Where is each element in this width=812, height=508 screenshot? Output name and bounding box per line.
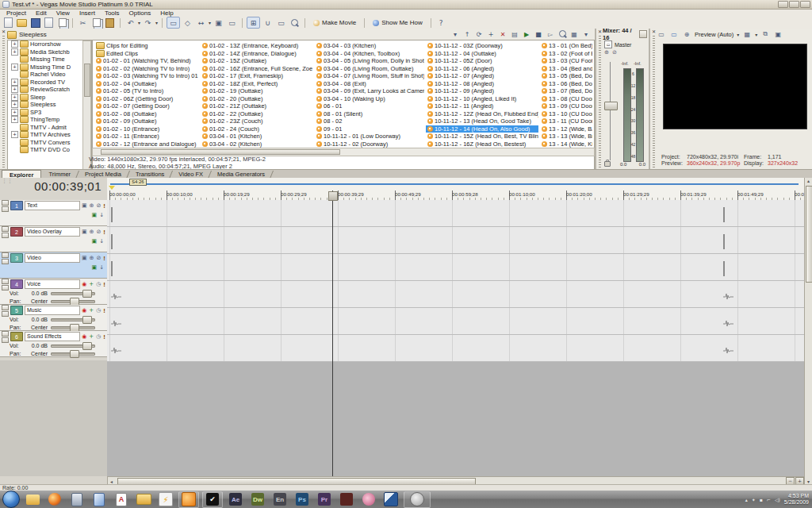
file-item[interactable]: 06 - 01	[315, 102, 424, 110]
tray-app-icon[interactable]: ✦	[752, 497, 756, 502]
playhead-cursor[interactable]	[332, 190, 333, 476]
taskbar-calculator-icon[interactable]	[67, 492, 86, 507]
file-item[interactable]: 03-04 - 09 (Exit, Larry Looks at Camera)	[315, 87, 424, 95]
file-item[interactable]: 01-02 - 17 (Exit, Frameskip)	[201, 72, 313, 80]
file-item[interactable]: 01-02 - 13Z (Entrance, Keyboard)	[201, 42, 313, 50]
tool-dropdown-icon[interactable]: ▾	[209, 20, 211, 25]
clip-event-stub[interactable]	[111, 289, 122, 303]
taskbar-clock[interactable]: 4:53 PM 5/28/2009	[784, 493, 809, 506]
file-item[interactable]: 08 - 01 (Silent)	[315, 110, 424, 118]
file-item[interactable]: 01-02 - 03 (Watching TV to Intro) 01	[94, 72, 199, 80]
solo-icon[interactable]: !	[103, 229, 105, 236]
file-item[interactable]: 10-11-12 - 12Z (Head On, Flubbed End)	[426, 110, 538, 118]
tree-item[interactable]: + Sleepless	[8, 101, 91, 109]
volume-slider[interactable]	[51, 290, 95, 296]
open-icon[interactable]	[16, 17, 28, 28]
track-motion-icon[interactable]: ▣	[82, 229, 87, 235]
file-item[interactable]: 10-11-12 - 04 (Outtake)	[426, 50, 538, 58]
file-item[interactable]: 03-04 - 10 (Waking Up)	[315, 95, 424, 103]
clip-event-stub[interactable]	[723, 208, 725, 222]
tray-network-icon[interactable]: ⌐	[767, 497, 771, 502]
file-item[interactable]: 01-02 - 10 (Entrance)	[94, 125, 199, 133]
tree-item[interactable]: + Missing Time D	[8, 64, 91, 71]
timeline-horizontal-scrollbar[interactable]: ◂ − +	[107, 476, 806, 484]
track-motion-tool-icon[interactable]: ▣	[213, 17, 224, 28]
tree-item[interactable]: + TMTV Archives	[8, 131, 91, 139]
clip-event-stub[interactable]	[723, 235, 725, 249]
tree-item[interactable]: + Sleep	[8, 94, 91, 102]
expand-icon[interactable]: +	[11, 40, 18, 48]
pan-slider[interactable]	[51, 324, 95, 330]
compositing-mode-icon[interactable]: ▣	[92, 264, 98, 271]
file-item[interactable]: 10-11-12 - 10 (Angled, Liked It)	[426, 95, 538, 103]
track-name-field[interactable]: Voice	[25, 279, 80, 289]
clip-event-stub[interactable]	[111, 208, 113, 222]
track-fx-icon[interactable]: +	[89, 281, 94, 287]
delete-icon[interactable]: ✕	[498, 31, 508, 38]
file-item[interactable]: 01-02 - 20 (Outtake)	[201, 95, 313, 103]
file-item[interactable]: 10-11-12 - 05Z (Door)	[426, 57, 538, 65]
expand-icon[interactable]: +	[11, 101, 18, 108]
taskbar-photoshop-icon[interactable]: Ps	[293, 492, 312, 507]
file-item[interactable]: 01-02 - 14Z (Entrance, Dialogue)	[201, 50, 313, 58]
clip-event-stub[interactable]	[723, 262, 725, 276]
track-minimize-buttons[interactable]	[2, 226, 9, 238]
file-item[interactable]: 10-11-12 - 08 (Angled)	[426, 80, 538, 88]
zoom-edit-tool-icon[interactable]	[289, 17, 301, 28]
file-item[interactable]: 13 - 01 (On Bed)	[540, 42, 592, 50]
tray-volume-icon[interactable]: ◁)	[775, 497, 780, 502]
lock-envelopes-icon[interactable]: ▭	[275, 17, 287, 28]
split-screen-dropdown-icon[interactable]: ▾	[755, 32, 757, 37]
track-fx-icon[interactable]: +	[89, 307, 94, 314]
auto-preview-icon[interactable]: ▻	[546, 31, 555, 38]
expand-icon[interactable]: +	[11, 64, 18, 71]
preview-quality-dropdown-icon[interactable]: ▾	[737, 32, 739, 37]
solo-icon[interactable]: !	[103, 333, 105, 341]
compositing-mode-icon[interactable]: ▣	[92, 238, 98, 244]
file-item[interactable]: 01-02 - 22 (Outtake)	[201, 110, 313, 118]
track-lane[interactable]	[107, 200, 804, 227]
mixer-dock-grip[interactable]: ✕	[596, 29, 603, 169]
timeline-vertical-scrollbar[interactable]: ▴ ▾	[804, 178, 812, 484]
file-item[interactable]: 01-02 - 19 (Outtake)	[201, 87, 313, 95]
solo-icon[interactable]: !	[103, 202, 105, 210]
taskbar-document-icon[interactable]: A	[112, 492, 131, 507]
file-item[interactable]: 13 - 02 (Foot of Bed)	[540, 50, 592, 58]
stop-preview-icon[interactable]: ■	[534, 31, 543, 38]
menu-item[interactable]: Options	[125, 10, 155, 17]
track-lane[interactable]	[107, 281, 804, 308]
track-name-field[interactable]: Music	[25, 306, 80, 315]
copy-snapshot-icon[interactable]: ⧉	[760, 30, 770, 38]
file-item[interactable]: 01-02 - 12 (Entrance and Dialogue)	[94, 140, 199, 148]
explorer-dock-grip[interactable]: ✕	[0, 29, 7, 169]
taskbar-after-effects-icon[interactable]: Ae	[226, 492, 245, 507]
tree-item[interactable]: + Recorded TV	[8, 79, 91, 87]
preview-dock-grip[interactable]: ✕	[650, 29, 657, 169]
views-icon[interactable]: ▦	[569, 31, 579, 38]
marker-triangle-icon[interactable]	[109, 186, 115, 190]
file-item[interactable]: 01-02 - 09 (Outtake)	[94, 117, 199, 125]
audio-track-header[interactable]: 6 Sound Effects ◉ + ◷ ! Vol: 0.0 dB	[0, 331, 107, 357]
track-name-field[interactable]: Video	[25, 253, 80, 263]
file-item[interactable]: 03-04 - 04 (Kitchen, Toolbox)	[315, 50, 424, 58]
project-properties-icon[interactable]: ▭	[657, 31, 666, 38]
expand-icon[interactable]: +	[11, 79, 18, 86]
menu-item[interactable]: Insert	[75, 10, 99, 17]
address-text[interactable]: Sleepless	[19, 31, 47, 38]
scrollbar-thumb[interactable]	[806, 186, 812, 283]
make-compositing-child-icon[interactable]: ↓	[99, 212, 104, 218]
expand-icon[interactable]: +	[11, 94, 18, 101]
preview-quality-label[interactable]: Preview (Auto)	[695, 31, 733, 38]
split-screen-icon[interactable]: ▦	[742, 31, 752, 38]
file-item[interactable]: 10-11-12 - 02 (Doorway)	[315, 140, 424, 148]
file-item[interactable]: 01-02 - 21Z (Outtake)	[201, 102, 313, 110]
taskbar-encore-icon[interactable]: En	[270, 492, 289, 507]
enable-snapping-icon[interactable]: ⊞	[247, 17, 260, 29]
file-item[interactable]: 10-11-12 - 16Z (Head On, Bestest)	[426, 140, 538, 148]
save-snapshot-icon[interactable]: ▣	[773, 31, 783, 38]
taskbar-vegas-icon[interactable]: ⚡	[156, 492, 175, 507]
mute-icon[interactable]: ⊘	[96, 229, 101, 235]
taskbar-firefox-icon[interactable]	[45, 492, 64, 507]
loop-region-bar[interactable]	[110, 183, 799, 185]
automation-icon[interactable]: ◷	[96, 333, 101, 340]
